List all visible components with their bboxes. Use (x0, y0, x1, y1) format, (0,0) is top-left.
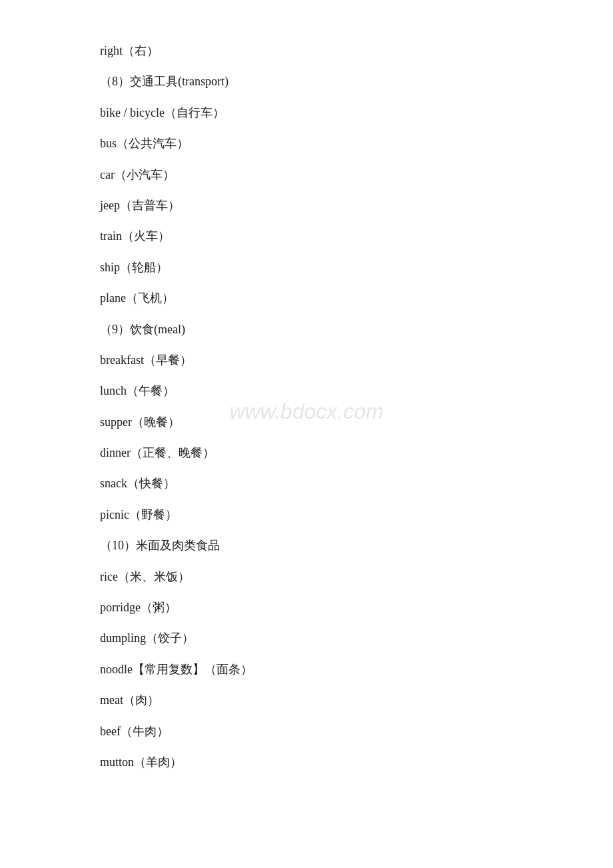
line-mutton: mutton（羊肉） (100, 751, 513, 773)
line-section8: （8）交通工具(transport) (100, 71, 513, 92)
line-jeep: jeep（吉普车） (100, 195, 513, 216)
line-rice: rice（米、米饭） (100, 566, 513, 587)
line-dinner: dinner（正餐、晚餐） (100, 442, 513, 463)
line-dumpling: dumpling（饺子） (100, 627, 513, 649)
line-breakfast: breakfast（早餐） (100, 349, 513, 371)
line-ship: ship（轮船） (100, 257, 513, 278)
line-plane: plane（飞机） (100, 287, 513, 309)
line-train: train（火车） (100, 225, 513, 247)
line-beef: beef（牛肉） (100, 721, 513, 742)
line-picnic: picnic（野餐） (100, 504, 513, 525)
page-container: www.bdocx.com right（右）（8）交通工具(transport)… (0, 0, 613, 822)
line-section10: （10）米面及肉类食品 (100, 535, 513, 556)
line-noodle: noodle【常用复数】（面条） (100, 659, 513, 680)
line-bus: bus（公共汽车） (100, 133, 513, 154)
line-porridge: porridge（粥） (100, 597, 513, 618)
line-section9: （9）饮食(meal) (100, 319, 513, 340)
line-lunch: lunch（午餐） (100, 380, 513, 401)
line-car: car（小汽车） (100, 164, 513, 185)
line-snack: snack（快餐） (100, 473, 513, 494)
line-meat: meat（肉） (100, 689, 513, 711)
line-right: right（右） (100, 40, 513, 61)
line-bike: bike / bicycle（自行车） (100, 102, 513, 123)
lines-container: right（右）（8）交通工具(transport)bike / bicycle… (100, 40, 513, 773)
line-supper: supper（晚餐） (100, 411, 513, 433)
